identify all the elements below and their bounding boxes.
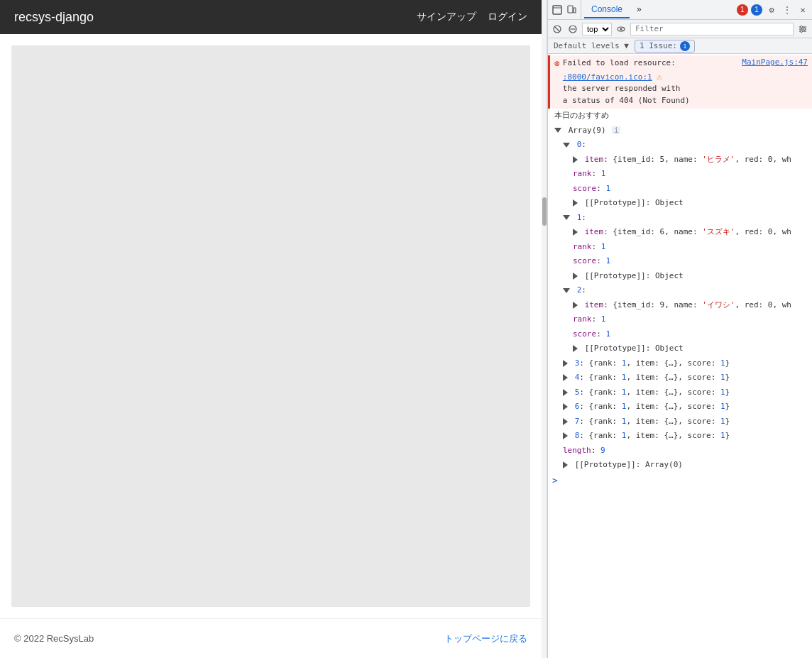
console-log-heading: 本日のおすすめ <box>548 109 812 124</box>
array-proto[interactable]: [[Prototype]]: Array(0) <box>548 458 812 473</box>
svg-rect-0 <box>553 6 561 14</box>
issues-badge[interactable]: 1 Issue: 1 <box>635 40 695 53</box>
array-item-8[interactable]: 8: {rank: 1, item: {…}, score: 1} <box>548 429 812 444</box>
filter-settings-icon[interactable] <box>796 23 809 35</box>
error-badge: 1 <box>737 4 748 16</box>
devtools-secondary-toolbar: top <box>548 20 812 38</box>
array-item-2-score: score: 1 <box>548 327 812 342</box>
svg-point-9 <box>620 28 622 30</box>
default-levels-label: Default levels ▼ <box>554 41 629 50</box>
console-content[interactable]: ⊗ Failed to load resource: :8000/favicon… <box>548 54 812 658</box>
block-icon[interactable] <box>566 23 579 35</box>
array-item-1-item[interactable]: item: {item_id: 6, name: 'スズキ', red: 0, … <box>548 225 812 240</box>
eye-icon[interactable] <box>615 23 627 35</box>
svg-rect-2 <box>568 6 573 13</box>
array-item-2-header[interactable]: 2: <box>548 283 812 298</box>
array-length: length: 9 <box>548 444 812 459</box>
main-content-area <box>11 45 530 607</box>
tab-more[interactable]: » <box>630 1 649 18</box>
navbar-links: サインアップ ログイン <box>417 11 527 23</box>
tab-console[interactable]: Console <box>584 1 630 18</box>
error-resource-link[interactable]: :8000/favicon.ico:1 <box>563 72 652 82</box>
array-item-0-rank: rank: 1 <box>548 167 812 182</box>
console-error-line: ⊗ Failed to load resource: :8000/favicon… <box>548 55 812 109</box>
svg-point-13 <box>801 26 803 28</box>
array-item-2-proto[interactable]: [[Prototype]]: Object <box>548 341 812 356</box>
error-source-link[interactable]: MainPage.js:47 <box>742 57 808 67</box>
navbar-brand: recsys-django <box>14 10 94 25</box>
array-root[interactable]: Array(9) i <box>548 124 812 138</box>
devtools-toolbar-left <box>548 0 581 19</box>
footer-copyright: © 2022 RecSysLab <box>14 633 94 644</box>
console-prompt[interactable]: > <box>548 473 812 488</box>
array-item-0-score: score: 1 <box>548 182 812 197</box>
array-item-1-proto[interactable]: [[Prototype]]: Object <box>548 269 812 284</box>
devtools-toolbar-icons: 1 1 ⚙ ⋮ ✕ <box>734 4 812 16</box>
prompt-chevron-icon: > <box>552 475 558 486</box>
clear-console-icon[interactable] <box>551 23 564 35</box>
array-item-0-proto[interactable]: [[Prototype]]: Object <box>548 196 812 211</box>
svg-rect-3 <box>574 8 576 13</box>
array-item-3[interactable]: 3: {rank: 1, item: {…}, score: 1} <box>548 356 812 371</box>
array-item-1-score: score: 1 <box>548 254 812 269</box>
devtools-toolbar-tabs: Console » <box>581 1 734 18</box>
settings-icon[interactable]: ⚙ <box>765 4 778 16</box>
array-item-5[interactable]: 5: {rank: 1, item: {…}, score: 1} <box>548 385 812 400</box>
close-icon[interactable]: ✕ <box>796 4 809 16</box>
devtools-scrollbar-thumb <box>542 197 547 226</box>
svg-line-5 <box>555 27 559 31</box>
navbar: recsys-django サインアップ ログイン <box>0 0 542 34</box>
array-item-6[interactable]: 6: {rank: 1, item: {…}, score: 1} <box>548 400 812 415</box>
more-icon[interactable]: ⋮ <box>781 4 794 16</box>
message-badge: 1 <box>751 4 762 16</box>
array-item-2-rank: rank: 1 <box>548 312 812 327</box>
devtools-scrollbar[interactable] <box>542 0 547 658</box>
devtools-panel: Console » 1 1 ⚙ ⋮ ✕ <box>547 0 812 658</box>
filter-input[interactable] <box>630 23 794 35</box>
footer: © 2022 RecSysLab トップページに戻る <box>0 618 542 658</box>
array-item-4[interactable]: 4: {rank: 1, item: {…}, score: 1} <box>548 371 812 385</box>
warning-icon: ⚠ <box>657 71 662 82</box>
devtools-issues-bar: Default levels ▼ 1 Issue: 1 <box>548 38 812 54</box>
login-link[interactable]: ログイン <box>488 11 527 23</box>
array-item-2-item[interactable]: item: {item_id: 9, name: 'イワシ', red: 0, … <box>548 298 812 313</box>
array-item-7[interactable]: 7: {rank: 1, item: {…}, score: 1} <box>548 415 812 429</box>
page-content <box>0 34 542 618</box>
svg-point-14 <box>803 28 806 30</box>
array-item-0-item[interactable]: item: {item_id: 5, name: 'ヒラメ', red: 0, … <box>548 153 812 168</box>
signup-link[interactable]: サインアップ <box>417 11 476 23</box>
svg-point-15 <box>801 30 803 32</box>
context-selector[interactable]: top <box>582 23 612 35</box>
webpage-area: recsys-django サインアップ ログイン © 2022 RecSysL… <box>0 0 542 658</box>
devtools-toolbar: Console » 1 1 ⚙ ⋮ ✕ <box>548 0 812 20</box>
error-icon: ⊗ <box>554 58 560 69</box>
footer-back-link[interactable]: トップページに戻る <box>444 632 527 645</box>
device-icon[interactable] <box>565 4 578 16</box>
array-item-0-header[interactable]: 0: <box>548 138 812 153</box>
issues-count-badge: 1 <box>680 41 690 51</box>
array-item-1-header[interactable]: 1: <box>548 211 812 226</box>
array-item-1-rank: rank: 1 <box>548 240 812 255</box>
inspect-icon[interactable] <box>551 4 564 16</box>
console-error-text: Failed to load resource: :8000/favicon.i… <box>563 57 739 106</box>
